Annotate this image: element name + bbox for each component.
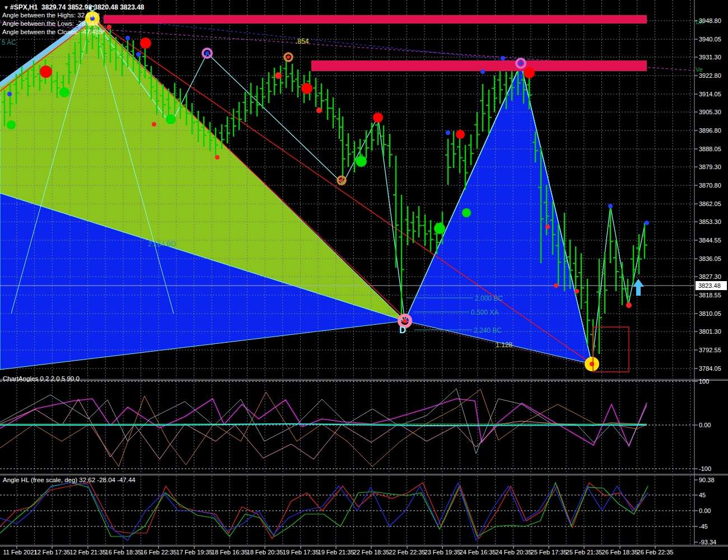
svg-text:23 Feb 19:35: 23 Feb 19:35 [424, 549, 461, 556]
svg-text:3784.05: 3784.05 [699, 365, 721, 372]
svg-text:3827.30: 3827.30 [699, 273, 721, 280]
svg-text:0.500 XA: 0.500 XA [471, 309, 498, 316]
svg-text:3792.55: 3792.55 [699, 347, 721, 353]
svg-text:3870.80: 3870.80 [699, 182, 721, 189]
metatrader-chart-window[interactable]: { "header": { "symbol": "#SPX,H1", "ohlc… [0, 0, 728, 560]
svg-text:3888.05: 3888.05 [699, 146, 721, 152]
svg-text:3801.30: 3801.30 [699, 328, 721, 335]
svg-text:5 AC: 5 AC [2, 39, 16, 46]
svg-text:3844.55: 3844.55 [699, 237, 721, 244]
svg-text:3818.55: 3818.55 [699, 292, 721, 298]
svg-text:3810.05: 3810.05 [699, 310, 721, 317]
svg-text:3862.05: 3862.05 [699, 200, 721, 207]
svg-text:24 Feb 16:35: 24 Feb 16:35 [460, 549, 496, 556]
svg-text:22 Feb 18:35: 22 Feb 18:35 [353, 549, 390, 556]
svg-text:17 Feb 19:35: 17 Feb 19:35 [176, 549, 213, 556]
chart-canvas[interactable]: CD2.000 BC0.500 XA2.240 BC.8542.164 BD1.… [0, 0, 728, 560]
svg-text:100: 100 [699, 378, 709, 385]
indicator1-title: ChartAngles 0 2 2 0 5 90 0 [3, 375, 80, 382]
angle-lows-label: Angle between the Lows: -28.044° [2, 20, 100, 27]
svg-text:3823.48: 3823.48 [698, 282, 721, 289]
symbol-header: #SPX,H1 3829.74 3852.98 3820.48 3823.48 [2, 3, 144, 11]
svg-text:0.00: 0.00 [699, 507, 711, 514]
svg-text:3948.80: 3948.80 [699, 17, 721, 24]
svg-text:12 Feb 17:35: 12 Feb 17:35 [34, 549, 71, 556]
indicator2-title: Angle HL (free scale, deg) 32.62 -28.04 … [3, 477, 136, 483]
svg-text:45: 45 [699, 492, 706, 498]
svg-text:2.240 BC: 2.240 BC [474, 326, 502, 334]
svg-text:3879.30: 3879.30 [699, 164, 721, 170]
svg-text:12 Feb 21:35: 12 Feb 21:35 [70, 549, 106, 556]
svg-text:3914.05: 3914.05 [699, 91, 721, 97]
svg-text:26 Feb 18:35: 26 Feb 18:35 [602, 549, 638, 556]
svg-text:16 Feb 18:35: 16 Feb 18:35 [105, 549, 142, 556]
svg-text:0.00: 0.00 [699, 422, 711, 428]
svg-text:18 Feb 16:35: 18 Feb 16:35 [212, 549, 248, 556]
svg-text:19 Feb 21:35: 19 Feb 21:35 [318, 549, 354, 556]
svg-text:.854: .854 [296, 38, 309, 45]
svg-text:-100: -100 [699, 465, 711, 472]
svg-text:D: D [399, 325, 406, 335]
svg-text:3896.80: 3896.80 [699, 127, 721, 134]
svg-text:3922.80: 3922.80 [699, 72, 721, 79]
svg-text:-93.34: -93.34 [699, 539, 716, 545]
svg-text:3940.05: 3940.05 [699, 36, 721, 43]
svg-text:26 Feb 22:35: 26 Feb 22:35 [637, 549, 674, 556]
svg-text:2.164 BD: 2.164 BD [148, 240, 176, 248]
svg-text:25 Feb 21:35: 25 Feb 21:35 [566, 549, 603, 556]
svg-text:25 Feb 17:35: 25 Feb 17:35 [531, 549, 567, 556]
angle-closes-label: Angle between the Closes: -47.435° [2, 29, 105, 35]
angle-highs-label: Angle between the Highs: 32.615° [2, 12, 100, 18]
svg-text:3853.30: 3853.30 [699, 218, 721, 225]
svg-text:3836.05: 3836.05 [699, 255, 721, 262]
svg-text:2.000 BC: 2.000 BC [475, 295, 503, 302]
svg-text:11 Feb 2021: 11 Feb 2021 [3, 549, 38, 556]
svg-text:19 Feb 17:35: 19 Feb 17:35 [283, 549, 319, 556]
svg-text:3905.30: 3905.30 [699, 109, 721, 115]
svg-text:22 Feb 22:35: 22 Feb 22:35 [389, 549, 426, 556]
svg-text:24 Feb 20:35: 24 Feb 20:35 [496, 549, 532, 556]
symbol-ohlc: #SPX,H1 3829.74 3852.98 3820.48 3823.48 [10, 3, 144, 11]
svg-text:90.38: 90.38 [699, 477, 715, 483]
svg-text:-45: -45 [699, 523, 708, 530]
svg-text:3931.30: 3931.30 [699, 54, 721, 60]
svg-text:1.128: 1.128 [496, 341, 512, 349]
svg-text:18 Feb 20:35: 18 Feb 20:35 [247, 549, 283, 556]
svg-text:16 Feb 22:35: 16 Feb 22:35 [141, 549, 177, 556]
